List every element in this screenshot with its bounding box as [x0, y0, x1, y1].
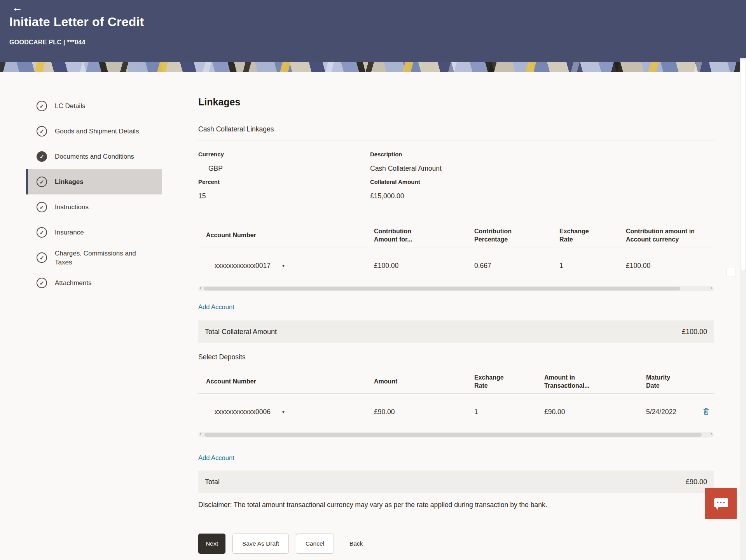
sidebar-item-goods-and-shipment[interactable]: ✓ Goods and Shipment Details [26, 119, 162, 144]
collateral-summary-fields: Currency GBP Percent 15 Description Cash… [198, 150, 442, 206]
total-collateral-label: Total Collateral Amount [205, 328, 277, 336]
save-as-draft-button[interactable]: Save As Draft [232, 534, 289, 554]
sidebar-item-documents-and-conditions[interactable]: ✓ Documents and Conditions [26, 144, 162, 169]
trash-icon [703, 408, 709, 415]
check-circle-icon: ✓ [37, 177, 47, 187]
account-number-value: xxxxxxxxxxxx0017 [215, 262, 271, 270]
add-account-link-collateral[interactable]: Add Account [198, 303, 234, 311]
col-maturity-date: Maturity Date [641, 373, 698, 390]
account-cell: xxxxxxxxxxxx0017 ▼ [198, 262, 369, 270]
col-contribution-amount: Contribution Amount for... [369, 227, 470, 243]
account-number-value: xxxxxxxxxxxx0006 [215, 408, 271, 416]
total-collateral-value: £100.00 [682, 328, 707, 336]
col-exchange-rate: Exchange Rate [470, 373, 540, 390]
scroll-right-icon[interactable]: › [711, 285, 713, 290]
account-currency-amount-cell: £100.00 [621, 262, 714, 270]
add-account-link-deposits[interactable]: Add Account [198, 454, 234, 462]
back-button[interactable]: Back [341, 534, 371, 554]
step-label: Instructions [55, 203, 89, 212]
wizard-step-nav: ✓ LC Details ✓ Goods and Shipment Detail… [26, 93, 162, 296]
total-value: £90.00 [686, 478, 707, 486]
back-arrow-icon[interactable]: ← [12, 2, 23, 14]
next-button[interactable]: Next [198, 534, 225, 554]
maturity-date-cell: 5/24/2022 [641, 408, 698, 416]
collateral-amount-value: £15,000.00 [370, 191, 442, 201]
action-buttons: Next Save As Draft Cancel Back [198, 534, 371, 554]
sidebar-item-attachments[interactable]: ✓ Attachments [26, 270, 162, 296]
chat-bubble-icon [714, 498, 728, 507]
decorative-banner [0, 62, 746, 72]
step-label: Insurance [55, 228, 84, 237]
col-contribution-percentage: Contribution Percentage [470, 227, 555, 243]
percent-value: 15 [198, 191, 370, 201]
check-circle-icon: ✓ [37, 101, 47, 111]
col-amount: Amount [369, 377, 470, 385]
party-account-subtitle: GOODCARE PLC | ***044 [9, 39, 86, 46]
col-amount-transactional: Amount in Transactional... [540, 373, 641, 390]
horizontal-scrollbar[interactable]: ‹ › [198, 286, 714, 291]
transactional-amount-cell: £90.00 [540, 408, 641, 416]
table-header-row: Account Number Amount Exchange Rate Amou… [198, 369, 714, 394]
currency-value: GBP [198, 164, 370, 173]
col-contribution-account-currency: Contribution amount in Account currency [621, 227, 714, 243]
sidebar-item-linkages[interactable]: ✓ Linkages [26, 169, 162, 194]
account-number-dropdown[interactable]: xxxxxxxxxxxx0006 ▼ [215, 408, 285, 416]
sidebar-item-instructions[interactable]: ✓ Instructions [26, 194, 162, 220]
check-circle-icon: ✓ [37, 252, 47, 263]
percent-label: Percent [198, 178, 370, 186]
scroll-left-icon[interactable]: ‹ [199, 431, 201, 437]
contribution-percentage-cell: 0.667 [470, 262, 555, 270]
check-circle-icon: ✓ [37, 278, 47, 288]
collateral-accounts-table: Account Number Contribution Amount for..… [198, 223, 714, 291]
total-collateral-row: Total Collateral Amount £100.00 [198, 320, 714, 343]
step-label: Goods and Shipment Details [55, 127, 139, 136]
select-deposits-heading: Select Deposits [198, 353, 246, 361]
step-label: Attachments [55, 278, 92, 287]
exchange-rate-cell: 1 [555, 262, 621, 270]
account-cell: xxxxxxxxxxxx0006 ▼ [198, 408, 369, 416]
total-deposits-row: Total £90.00 [198, 471, 714, 493]
sidebar-item-charges-commissions-taxes[interactable]: ✓ Charges, Commissions and Taxes [26, 245, 162, 270]
account-number-dropdown[interactable]: xxxxxxxxxxxx0017 ▼ [215, 262, 285, 270]
chat-dots [717, 502, 718, 503]
chat-widget-button[interactable] [705, 488, 737, 519]
contribution-amount-cell: £100.00 [369, 262, 470, 270]
chevron-down-icon: ▼ [281, 410, 285, 414]
sidebar-item-insurance[interactable]: ✓ Insurance [26, 220, 162, 245]
amount-cell: £90.00 [369, 408, 470, 416]
page-header: ← Initiate Letter of Credit GOODCARE PLC… [0, 0, 746, 62]
col-account-number: Account Number [198, 377, 369, 385]
deposits-table: Account Number Amount Exchange Rate Amou… [198, 369, 714, 438]
table-row: xxxxxxxxxxxx0017 ▼ £100.00 0.667 1 £100.… [198, 247, 714, 284]
page-title: Initiate Letter of Credit [9, 15, 144, 29]
check-circle-filled-icon: ✓ [37, 151, 47, 162]
currency-label: Currency [198, 150, 370, 158]
step-label: Linkages [55, 177, 84, 186]
exchange-rate-cell: 1 [470, 408, 540, 416]
col-exchange-rate: Exchange Rate [555, 227, 621, 243]
check-circle-icon: ✓ [37, 126, 47, 136]
cancel-button[interactable]: Cancel [296, 534, 334, 554]
vertical-scrollbar[interactable] [740, 58, 746, 560]
step-label: LC Details [55, 102, 85, 110]
col-account-number: Account Number [198, 231, 369, 239]
scroll-right-icon[interactable]: › [711, 431, 713, 437]
disclaimer-text: Disclaimer: The total amount transaction… [198, 501, 547, 509]
description-value: Cash Collateral Amount [370, 164, 442, 173]
total-label: Total [205, 478, 220, 486]
delete-row-icon[interactable] [698, 408, 714, 417]
scrollbar-thumb[interactable] [204, 287, 680, 290]
step-label: Charges, Commissions and Taxes [55, 249, 145, 267]
horizontal-scrollbar[interactable]: ‹ › [198, 432, 714, 438]
step-label: Documents and Conditions [55, 152, 134, 161]
cash-collateral-heading: Cash Collateral Linkages [198, 125, 274, 133]
scroll-left-icon[interactable]: ‹ [199, 285, 201, 290]
scrollbar-thumb[interactable] [204, 433, 702, 437]
check-circle-icon: ✓ [37, 202, 47, 212]
vertical-scrollbar-thumb[interactable] [741, 59, 745, 271]
linkages-panel: Linkages Cash Collateral Linkages Curren… [198, 72, 714, 560]
panel-title: Linkages [198, 96, 240, 108]
table-row: xxxxxxxxxxxx0006 ▼ £90.00 1 £90.00 5/24/… [198, 394, 714, 430]
floating-scroll-handle [727, 268, 736, 276]
sidebar-item-lc-details[interactable]: ✓ LC Details [26, 93, 162, 119]
